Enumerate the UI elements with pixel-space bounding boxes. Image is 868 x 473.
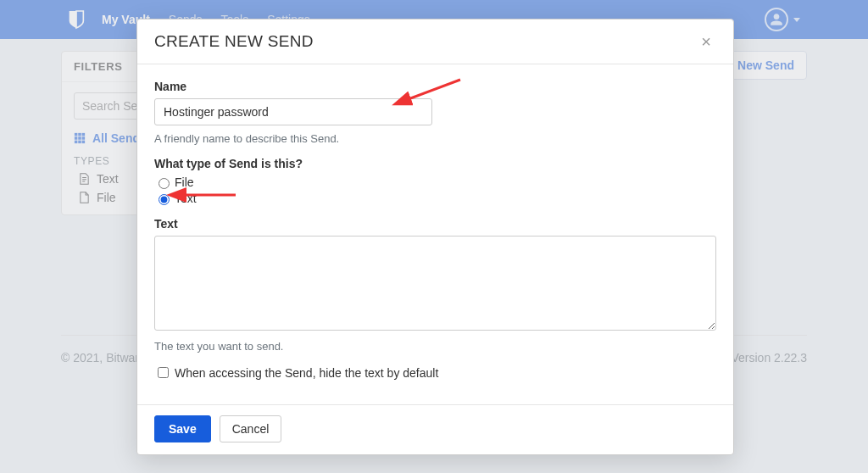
radio-file-row[interactable]: File [154,175,716,189]
modal-title: CREATE NEW SEND [154,32,314,51]
hide-text-row[interactable]: When accessing the Send, hide the text b… [154,364,716,381]
create-send-modal: CREATE NEW SEND × Name A friendly name t… [136,19,734,455]
name-help-text: A friendly name to describe this Send. [154,132,716,145]
radio-text-label: Text [175,192,197,205]
close-icon[interactable]: × [696,31,716,52]
text-textarea[interactable] [154,236,716,331]
radio-file[interactable] [159,178,170,189]
radio-text-row[interactable]: Text [154,192,716,205]
radio-text[interactable] [159,194,170,205]
hide-text-checkbox[interactable] [158,367,169,378]
save-button[interactable]: Save [154,415,211,442]
name-label: Name [154,80,716,93]
radio-file-label: File [175,175,194,189]
text-help-text: The text you want to send. [154,340,716,353]
text-label: Text [154,217,716,231]
name-input[interactable] [154,98,432,125]
hide-text-label: When accessing the Send, hide the text b… [175,366,438,380]
type-label: What type of Send is this? [154,157,716,170]
cancel-button[interactable]: Cancel [220,415,282,442]
